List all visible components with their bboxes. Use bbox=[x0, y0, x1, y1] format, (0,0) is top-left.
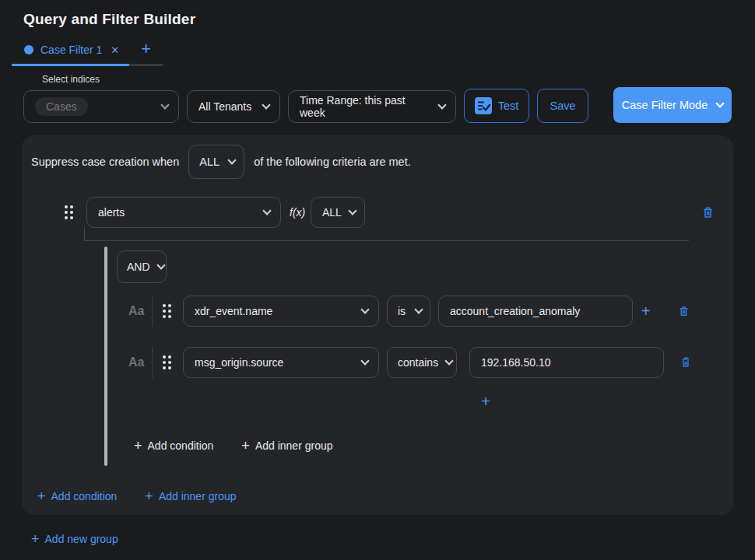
add-inner-group-label: Add inner group bbox=[255, 439, 333, 452]
suppress-operator-select[interactable]: ALL bbox=[188, 145, 244, 179]
chevron-down-icon bbox=[348, 206, 356, 215]
indices-chip: Cases bbox=[35, 97, 88, 116]
divider bbox=[152, 296, 153, 327]
chevron-down-icon bbox=[156, 261, 165, 269]
group-actions: + Add condition + Add inner group bbox=[37, 489, 237, 503]
chevron-down-icon bbox=[360, 356, 369, 365]
tab-status-dot-icon bbox=[24, 45, 33, 54]
suppress-suffix-text: of the following criteria are met. bbox=[254, 156, 410, 168]
condition-field-value: xdr_event.name bbox=[195, 305, 272, 317]
chevron-down-icon bbox=[444, 356, 453, 365]
plus-icon: + bbox=[145, 489, 153, 503]
divider bbox=[152, 347, 153, 378]
trash-icon bbox=[680, 355, 692, 369]
case-filter-mode-label: Case Filter Mode bbox=[622, 99, 708, 111]
case-sensitivity-toggle[interactable]: Aa bbox=[128, 355, 144, 369]
plus-icon: + bbox=[134, 439, 142, 453]
time-range-value: Time Range: this past week bbox=[300, 94, 431, 119]
group-match-operator-value: ALL bbox=[322, 206, 342, 219]
condition-field-select[interactable]: msg_origin.source bbox=[183, 347, 379, 378]
condition-field-value: msg_origin.source bbox=[195, 356, 283, 369]
tab-bar: Case Filter 1 ✕ + bbox=[12, 37, 755, 66]
add-value-button[interactable]: + bbox=[481, 393, 490, 409]
suppress-prefix-text: Suppress case creation when bbox=[31, 156, 179, 168]
condition-operator-select[interactable]: is bbox=[387, 296, 430, 327]
add-condition-link[interactable]: + Add condition bbox=[134, 439, 213, 453]
add-condition-inline-button[interactable]: + bbox=[641, 303, 651, 319]
delete-group-button[interactable] bbox=[701, 205, 715, 220]
indices-field-group: Select indices Cases bbox=[23, 74, 179, 123]
chevron-down-icon bbox=[437, 100, 446, 109]
add-inner-group-link[interactable]: + Add inner group bbox=[145, 489, 236, 503]
suppress-operator-value: ALL bbox=[199, 156, 219, 168]
condition-field-select[interactable]: xdr_event.name bbox=[183, 296, 379, 327]
condition-row: Aa xdr_event.name is + bbox=[22, 296, 733, 327]
indices-select[interactable]: Cases bbox=[23, 90, 179, 123]
inner-group-logic-value: AND bbox=[127, 261, 150, 273]
chevron-down-icon bbox=[160, 100, 169, 109]
drag-handle-icon[interactable] bbox=[163, 304, 171, 318]
select-indices-label: Select indices bbox=[42, 74, 179, 85]
drag-handle-icon[interactable] bbox=[65, 205, 73, 219]
add-inner-group-link[interactable]: + Add inner group bbox=[241, 439, 332, 453]
delete-condition-button[interactable] bbox=[680, 355, 692, 369]
fx-label: f(x) bbox=[290, 206, 305, 219]
plus-icon: + bbox=[241, 439, 250, 453]
chevron-down-icon bbox=[360, 305, 369, 313]
toolbar: Select indices Cases All Tenants Time Ra… bbox=[23, 74, 732, 123]
time-range-select[interactable]: Time Range: this past week bbox=[288, 90, 456, 123]
case-filter-mode-button[interactable]: Case Filter Mode bbox=[613, 87, 732, 123]
condition-row: Aa msg_origin.source contains bbox=[22, 347, 733, 378]
trash-icon bbox=[701, 205, 715, 220]
inner-group-actions: + Add condition + Add inner group bbox=[134, 439, 333, 453]
suppress-rule-row: Suppress case creation when ALL of the f… bbox=[31, 145, 411, 179]
tenants-select[interactable]: All Tenants bbox=[187, 90, 280, 123]
trash-icon bbox=[677, 304, 690, 318]
add-tab-button[interactable]: + bbox=[129, 37, 163, 66]
group-match-operator-select[interactable]: ALL bbox=[311, 197, 365, 228]
condition-value-input[interactable] bbox=[438, 296, 633, 327]
tab-case-filter-1[interactable]: Case Filter 1 ✕ bbox=[12, 37, 129, 66]
tab-label: Case Filter 1 bbox=[40, 44, 102, 56]
chevron-down-icon bbox=[262, 100, 270, 109]
add-new-group-link[interactable]: + Add new group bbox=[31, 532, 118, 546]
chevron-down-icon bbox=[716, 99, 725, 107]
group-connector-line bbox=[84, 227, 689, 241]
condition-operator-value: contains bbox=[398, 356, 438, 369]
add-new-group-label: Add new group bbox=[45, 533, 118, 545]
add-condition-label: Add condition bbox=[51, 490, 118, 502]
save-button[interactable]: Save bbox=[537, 89, 588, 123]
condition-value-input[interactable] bbox=[469, 347, 664, 378]
page-title: Query and Filter Builder bbox=[23, 11, 755, 28]
test-button-label: Test bbox=[498, 100, 519, 112]
tab-close-icon[interactable]: ✕ bbox=[111, 44, 119, 56]
add-condition-label: Add condition bbox=[148, 439, 214, 452]
add-inner-group-label: Add inner group bbox=[159, 490, 237, 502]
checklist-icon bbox=[475, 97, 492, 114]
test-button[interactable]: Test bbox=[464, 89, 529, 123]
drag-handle-icon[interactable] bbox=[163, 355, 171, 369]
group-header-row: alerts f(x) ALL bbox=[22, 197, 733, 228]
inner-group-logic-select[interactable]: AND bbox=[117, 250, 167, 283]
filter-builder-panel: Suppress case creation when ALL of the f… bbox=[22, 135, 733, 515]
add-condition-link[interactable]: + Add condition bbox=[37, 489, 117, 503]
plus-icon: + bbox=[37, 489, 46, 503]
condition-operator-value: is bbox=[398, 305, 406, 317]
chevron-down-icon bbox=[228, 156, 237, 164]
group-index-select[interactable]: alerts bbox=[86, 197, 281, 228]
group-index-value: alerts bbox=[98, 206, 125, 219]
chevron-down-icon bbox=[414, 305, 423, 313]
case-sensitivity-toggle[interactable]: Aa bbox=[128, 304, 144, 318]
plus-icon: + bbox=[31, 532, 40, 546]
delete-condition-button[interactable] bbox=[677, 304, 690, 318]
save-button-label: Save bbox=[550, 100, 575, 112]
tenants-value: All Tenants bbox=[198, 100, 251, 113]
condition-operator-select[interactable]: contains bbox=[387, 347, 457, 378]
chevron-down-icon bbox=[262, 206, 271, 215]
